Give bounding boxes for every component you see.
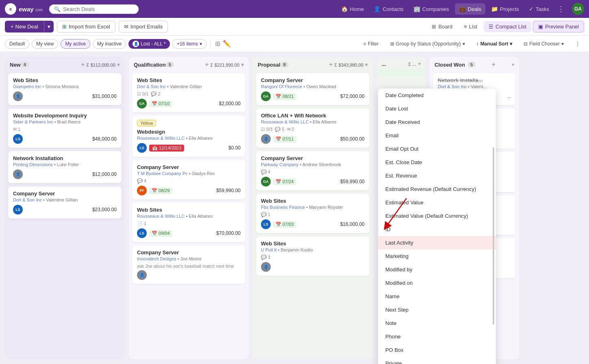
dropdown-item-est-value-default[interactable]: Estimated Value (Default Currency) <box>378 209 496 223</box>
column-proposal-chevron[interactable]: ▾ <box>365 62 368 68</box>
filter-button[interactable]: ≡ Filter <box>359 39 383 48</box>
dropdown-item-private[interactable]: Private <box>378 357 496 364</box>
deal-sub: Dorl & Son Inc • Valentine Gillian <box>13 197 117 202</box>
deal-card[interactable]: Web Sites Giampetro Inc • Simona Morasca… <box>8 73 122 105</box>
deal-card[interactable]: Web Sites Dorl & Son Inc • Valentine Gil… <box>132 73 246 113</box>
nav-deals[interactable]: 💼Deals <box>455 3 485 15</box>
column-partial-chevron[interactable]: ▾ <box>418 61 421 67</box>
dropdown-item-est-revenue-default[interactable]: Estimated Revenue (Default Currency) <box>378 182 496 196</box>
deal-card[interactable]: Company Server Dorl & Son Inc • Valentin… <box>8 186 122 219</box>
column-qualification-chevron[interactable]: ▾ <box>241 62 244 68</box>
deal-tag: Yellow <box>137 120 156 126</box>
deal-title: Web Sites <box>137 207 241 213</box>
dropdown-item-last-activity[interactable]: Last Activity <box>378 236 496 249</box>
sigma-icon: Σ <box>335 63 337 67</box>
column-new-chevron[interactable]: ▾ <box>117 62 120 68</box>
dropdown-item-modified-by[interactable]: Modified by <box>378 263 496 276</box>
dropdown-item-note[interactable]: Note <box>378 316 496 330</box>
nav-home[interactable]: 🏠Home <box>337 3 368 15</box>
avatar: 👤 <box>261 134 271 144</box>
preview-panel-button[interactable]: ▣ Preview Panel <box>533 21 584 32</box>
deal-card[interactable]: Office LAN + Wifi Network Rousseaux & Wi… <box>256 108 369 148</box>
deal-card[interactable]: Company Server Parkway Company • Andrew … <box>256 151 369 191</box>
deal-card[interactable]: Website Development Inquiry Sider & Part… <box>8 108 122 148</box>
filter-chip-myinactive[interactable]: My inactive <box>93 39 126 49</box>
deal-card[interactable]: Company Server Rangoni Of Florence • Owe… <box>256 73 369 105</box>
deal-card[interactable]: Company Server T M Byxbee Company Pc • G… <box>132 160 246 199</box>
dropdown-item-id[interactable]: ID <box>378 223 496 236</box>
board-view-button[interactable]: ⊞ Board <box>427 21 457 32</box>
deal-card[interactable]: Company Server Innovatech Designs • Joe … <box>132 245 246 284</box>
column-qualification-add[interactable]: + <box>205 61 209 68</box>
dropdown-item-label: Estimated Value (Default Currency) <box>385 213 468 219</box>
deal-card[interactable]: Network Installation Printing Dimensions… <box>8 151 122 183</box>
filter-chip-myview[interactable]: My view <box>32 39 58 49</box>
import-emails-button[interactable]: ✉ Import Emails <box>119 21 168 32</box>
field-chooser-button[interactable]: ⊟ Field Chooser ▾ <box>519 39 568 48</box>
manual-sort-dropdown: Date Completed Date Lost Date Received E… <box>378 89 496 364</box>
list-view-button[interactable]: ≡ List <box>459 21 482 32</box>
deal-card[interactable]: Web Sites Rousseaux & Willis LLC • Ella … <box>132 203 246 242</box>
filter-chip-lost[interactable]: 👤 Lost - ALL * <box>128 39 170 49</box>
group-chevron-icon: ▾ <box>463 41 465 47</box>
import-excel-button[interactable]: ⊞ Import from Excel <box>57 21 115 32</box>
dropdown-item-est-close[interactable]: Est. Close Date <box>378 156 496 169</box>
compact-list-view-button[interactable]: ☰ Compact List <box>484 21 531 32</box>
search-box[interactable]: 🔍 <box>49 4 139 14</box>
dropdown-item-label: Date Lost <box>385 106 408 112</box>
dropdown-item-email-opt-out[interactable]: Email Opt Out <box>378 142 496 156</box>
dropdown-item-label: Est. Revenue <box>385 173 417 179</box>
deal-card[interactable]: Yellow Webdesign Rousseaux & Willis LLC … <box>132 116 246 157</box>
dropdown-item-label: Estimated Value <box>385 199 424 206</box>
manual-sort-button[interactable]: ↕ Manual Sort ▾ <box>472 39 517 48</box>
dropdown-item-marketing[interactable]: Marketing <box>378 249 496 263</box>
dropdown-item-email[interactable]: Email <box>378 129 496 142</box>
nav-tasks[interactable]: ✓Tasks <box>525 3 553 15</box>
column-new-header: New 4 + Σ $112,000.00 ▾ <box>5 57 125 71</box>
dropdown-item-date-completed[interactable]: Date Completed <box>378 89 496 102</box>
new-deal-dropdown-button[interactable]: ▾ <box>44 21 54 32</box>
nav-contacts[interactable]: 👤Contacts <box>369 3 407 15</box>
filter-chip-plus[interactable]: +16 items ▾ <box>172 39 206 49</box>
nav-more-icon[interactable]: ⋮ <box>555 2 567 16</box>
group-by-button[interactable]: ⊞ Group by Status (Opportunity) ▾ <box>386 39 469 48</box>
dropdown-item-next-step[interactable]: Next Step <box>378 303 496 316</box>
column-proposal-add[interactable]: + <box>329 61 333 68</box>
filter-chip-default[interactable]: Default <box>5 39 29 49</box>
dropdown-item-modified-on[interactable]: Modified on <box>378 276 496 290</box>
tasks-count: ☑ 0/3 <box>261 127 272 132</box>
dropdown-scrollbar[interactable] <box>492 89 494 364</box>
search-input[interactable] <box>63 6 134 12</box>
more-options-button[interactable]: ⋮ <box>571 39 584 48</box>
new-deal-button[interactable]: + New Deal <box>5 21 44 32</box>
filter-bar: Default My view My active My inactive 👤 … <box>0 36 589 52</box>
dropdown-item-est-revenue[interactable]: Est. Revenue <box>378 169 496 182</box>
dropdown-item-date-received[interactable]: Date Received <box>378 115 496 129</box>
dropdown-item-est-value[interactable]: Estimated Value <box>378 196 496 209</box>
filter-chip-myactive[interactable]: My active <box>61 39 90 49</box>
docs-count: 📄 1 <box>137 221 146 226</box>
dropdown-item-po-box[interactable]: PO Box <box>378 343 496 357</box>
deal-icons: 💬 4 <box>137 178 241 184</box>
dropdown-item-name[interactable]: Name <box>378 290 496 303</box>
deal-amount: ... <box>507 94 511 99</box>
deal-amount: $72,000.00 <box>340 93 365 99</box>
deal-sub: Fbs Business Finance • Maryann Royster <box>261 205 365 210</box>
dropdown-item-date-lost[interactable]: Date Lost <box>378 102 496 115</box>
field-chooser-icon: ⊟ <box>524 41 528 47</box>
nav-companies[interactable]: 🏢Companies <box>409 3 453 15</box>
deal-date: 📅 07/11 <box>273 136 296 143</box>
deal-card[interactable]: Web Sites Fbs Business Finance • Maryann… <box>256 194 369 233</box>
column-closed-won-title: Closed Won <box>435 62 465 68</box>
deal-footer: LS 📅 12/14/2023 $0.00 <box>137 143 241 153</box>
nav-projects[interactable]: 📁Projects <box>487 3 523 15</box>
column-new-add[interactable]: + <box>81 61 85 68</box>
dropdown-item-phone[interactable]: Phone <box>378 330 496 343</box>
avatar[interactable]: GA <box>572 3 584 15</box>
column-closed-won-add[interactable]: + <box>492 61 496 68</box>
deal-card[interactable]: Web Sites U Pull It • Benjamin Kusko 💬 3… <box>256 236 369 276</box>
scrollbar-thumb <box>493 147 494 325</box>
app-logo[interactable]: e eway crm <box>5 3 43 15</box>
deal-sub: Innovatech Designs • Joe Moore <box>137 256 241 261</box>
column-closed-won-chevron[interactable]: ▾ <box>512 62 514 67</box>
